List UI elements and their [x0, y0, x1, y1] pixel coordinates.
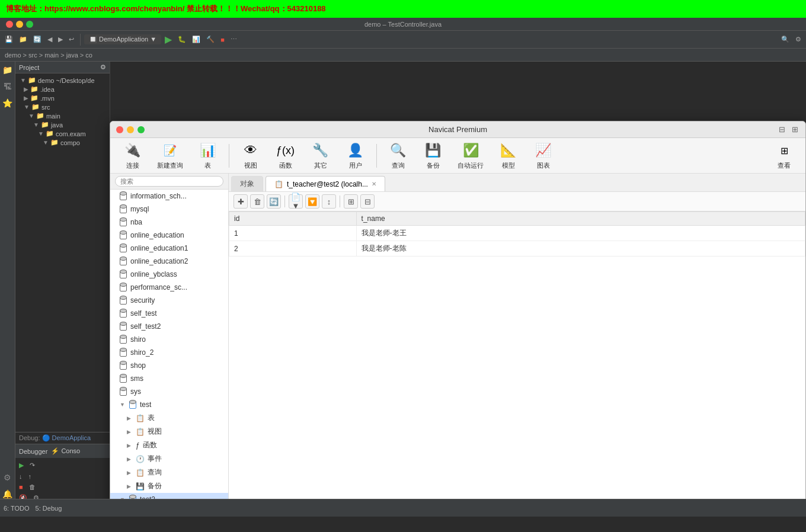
nav-split-h-btn[interactable]: ⊟	[777, 125, 786, 134]
ide-profile-btn[interactable]: 📊	[190, 34, 203, 44]
nav-tool-table[interactable]: 📊 表	[191, 139, 224, 172]
nav-minimize-btn[interactable]	[127, 126, 134, 133]
db-item-sms[interactable]: sms	[110, 372, 228, 385]
nav-tool-backup[interactable]: 💾 备份	[417, 139, 449, 172]
sidebar-favorites-icon[interactable]: ⭐	[2, 97, 14, 109]
table-row[interactable]: 1 我是老师-老王	[229, 226, 805, 241]
nav-close-btn[interactable]	[116, 126, 123, 133]
dt-form-btn[interactable]: ⊟	[360, 194, 375, 209]
db-item-online-edu2[interactable]: online_education2	[110, 255, 228, 268]
ide-search-btn[interactable]: 🔍	[779, 34, 792, 44]
dt-filter-btn[interactable]: 🔽	[305, 194, 319, 209]
tree-item-idea[interactable]: ▶ 📁 .idea	[15, 85, 110, 94]
nav-tool-other[interactable]: 🔧 其它	[304, 139, 337, 172]
ide-build-btn[interactable]: 🔨	[204, 34, 217, 44]
tree-item-compo[interactable]: ▼ 📁 compo	[15, 138, 110, 147]
ide-stop-btn[interactable]: ■	[218, 35, 227, 44]
nav-tool-autorun[interactable]: ✅ 自动运行	[452, 139, 490, 172]
debug-resume-btn[interactable]: ▶	[17, 460, 26, 470]
ide-undo-btn[interactable]: ↩	[66, 34, 76, 44]
db-test-tables[interactable]: ▶ 📋 表	[110, 411, 228, 425]
tree-item-src[interactable]: ▼ 📁 src	[15, 102, 110, 111]
db-test-events[interactable]: ▶ 🕐 事件	[110, 452, 228, 466]
db-item-sys[interactable]: sys	[110, 385, 228, 398]
console-tab[interactable]: ⚡ Conso	[51, 447, 80, 455]
nav-tool-chart[interactable]: 📈 图表	[527, 139, 559, 172]
nav-tool-view2[interactable]: ⊞ 查看	[769, 139, 799, 172]
ide-todo-tab[interactable]: 6: TODO	[4, 505, 30, 512]
debug-step-in-btn[interactable]: ↓	[17, 472, 25, 481]
dt-add-btn[interactable]: ✚	[234, 194, 248, 209]
db-item-online-edu1[interactable]: online_education1	[110, 242, 228, 255]
nav-tool-view[interactable]: 👁 视图	[234, 139, 267, 172]
db-test-queries[interactable]: ▶ 📋 查询	[110, 466, 228, 479]
sidebar-structure-icon[interactable]: 🏗	[2, 81, 14, 92]
db-item-shiro[interactable]: shiro	[110, 333, 228, 346]
db-item-performance[interactable]: performance_sc...	[110, 281, 228, 294]
db-item-security[interactable]: security	[110, 294, 228, 307]
nav-search-input[interactable]	[115, 176, 223, 187]
ide-run-btn[interactable]: ▶	[162, 33, 174, 46]
debug-stop-btn[interactable]: ■	[17, 482, 25, 492]
ide-open-btn[interactable]: 📁	[17, 34, 30, 44]
ide-close-btn[interactable]	[6, 21, 13, 28]
dt-refresh-btn[interactable]: 🔄	[267, 194, 281, 209]
db-item-test[interactable]: ▼ test	[110, 398, 228, 411]
db-test-funcs[interactable]: ▶ ƒ 函数	[110, 438, 228, 452]
tree-item-demo[interactable]: ▼ 📁 demo ~/Desktop/de	[15, 76, 110, 85]
dt-sort-btn[interactable]: ↕	[322, 194, 336, 209]
ide-sync-btn[interactable]: 🔄	[31, 34, 44, 44]
tree-item-mvn[interactable]: ▶ 📁 .mvn	[15, 94, 110, 102]
tab-objects[interactable]: 对象	[231, 176, 263, 191]
sidebar-project-icon[interactable]: 📁	[2, 64, 14, 76]
debug-step-over-btn[interactable]: ↷	[27, 460, 37, 470]
ide-minimize-btn[interactable]	[16, 21, 23, 28]
ide-file-tree: ▼ 📁 demo ~/Desktop/de ▶ 📁 .idea ▶ 📁 .mvn…	[15, 73, 110, 432]
tree-item-java[interactable]: ▼ 📁 java	[15, 120, 110, 129]
db-item-mysql[interactable]: mysql	[110, 203, 228, 216]
db-item-online-yb[interactable]: online_ybclass	[110, 268, 228, 281]
chart-label: 图表	[537, 161, 550, 170]
ide-debug-btn[interactable]: 🐛	[175, 34, 188, 44]
dt-grid-btn[interactable]: ⊞	[344, 194, 358, 209]
ide-settings-btn[interactable]: ⚙	[793, 34, 804, 44]
debugger-tab[interactable]: Debugger	[19, 448, 47, 455]
db-item-nba[interactable]: nba	[110, 216, 228, 229]
db-item-online-edu[interactable]: online_education	[110, 229, 228, 242]
ide-save-btn[interactable]: 💾	[2, 34, 15, 44]
db-item-self-test[interactable]: self_test	[110, 307, 228, 320]
nav-split-v-btn[interactable]: ⊞	[790, 125, 799, 134]
ide-back-btn[interactable]: ◀	[45, 34, 55, 44]
db-label-nba: nba	[130, 218, 142, 226]
nav-tool-connect[interactable]: 🔌 连接	[116, 139, 149, 172]
tab-teacher[interactable]: 📋 t_teacher@test2 (localh... ✕	[266, 176, 385, 191]
nav-tool-model[interactable]: 📐 模型	[492, 139, 524, 172]
tree-item-com[interactable]: ▼ 📁 com.exam	[15, 129, 110, 138]
ide-run-config[interactable]: 🔲 DemoApplication ▼	[84, 34, 161, 44]
dt-delete-btn[interactable]: 🗑	[250, 194, 264, 209]
db-test-views[interactable]: ▶ 📋 视图	[110, 425, 228, 438]
dt-new-record-btn[interactable]: 📄▼	[289, 194, 303, 209]
project-gear-icon[interactable]: ⚙	[100, 63, 106, 71]
nav-tool-func[interactable]: ƒ(x) 函数	[269, 139, 302, 172]
sidebar-notifications-icon[interactable]: 🔔	[2, 488, 14, 500]
db-item-information[interactable]: information_sch...	[110, 190, 228, 203]
ide-maximize-btn[interactable]	[26, 21, 33, 28]
nav-tool-query[interactable]: 🔍 查询	[382, 139, 414, 172]
nav-maximize-btn[interactable]	[137, 126, 145, 133]
ide-more-btn[interactable]: ⋯	[228, 34, 239, 44]
table-row[interactable]: 2 我是老师-老陈	[229, 241, 805, 257]
ide-debug-tab[interactable]: 5: Debug	[36, 505, 62, 512]
tree-item-main[interactable]: ▼ 📁 main	[15, 111, 110, 120]
sidebar-settings-icon[interactable]: ⚙	[2, 472, 14, 483]
debug-step-out-btn[interactable]: ↑	[26, 472, 34, 481]
debug-clear-btn[interactable]: 🗑	[27, 482, 38, 492]
db-test-backup[interactable]: ▶ 💾 备份	[110, 479, 228, 493]
nav-tool-user[interactable]: 👤 用户	[339, 139, 372, 172]
db-item-shop[interactable]: shop	[110, 359, 228, 372]
nav-tool-newquery[interactable]: 📝 新建查询	[151, 139, 189, 172]
tab-teacher-close[interactable]: ✕	[372, 181, 376, 187]
db-item-self-test2[interactable]: self_test2	[110, 320, 228, 333]
ide-forward-btn[interactable]: ▶	[56, 34, 65, 44]
db-item-shiro2[interactable]: shiro_2	[110, 346, 228, 359]
